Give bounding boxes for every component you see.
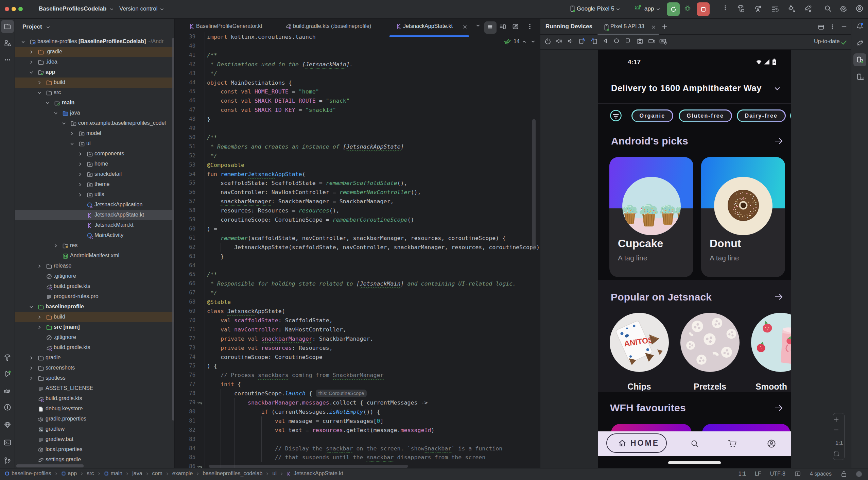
- breadcrumb-item[interactable]: java: [132, 470, 142, 477]
- build-hammer-icon[interactable]: [737, 4, 745, 13]
- hardware-input-icon[interactable]: [659, 37, 667, 45]
- nav-cart-icon[interactable]: [728, 439, 738, 448]
- zoom-reset-button[interactable]: 1:1: [833, 440, 845, 446]
- volume-up-icon[interactable]: [555, 37, 563, 45]
- more-actions-kebab-icon[interactable]: [723, 5, 728, 11]
- stop-app-button[interactable]: [697, 2, 710, 16]
- version-control-menu[interactable]: Version control: [119, 5, 157, 12]
- tree-expand-chevron[interactable]: [70, 131, 74, 136]
- logcat-tool-button[interactable]: [1, 385, 14, 398]
- breadcrumb-item[interactable]: ui: [272, 470, 276, 477]
- tree-expand-chevron[interactable]: [78, 152, 83, 156]
- tree-item-MainActivity[interactable]: MainActivity: [15, 230, 175, 241]
- gradle-sync-icon[interactable]: [804, 4, 812, 13]
- tree-item-java[interactable]: java: [15, 108, 175, 118]
- tree-item-spotless[interactable]: spotless: [15, 373, 175, 383]
- app-quality-insights-tool-button[interactable]: [1, 418, 14, 431]
- tree-horizontal-scrollbar[interactable]: [16, 464, 84, 467]
- profiler-icon[interactable]: [771, 4, 779, 13]
- volume-down-icon[interactable]: [567, 37, 574, 45]
- tree-item-snackdetail[interactable]: snackdetail: [15, 169, 175, 179]
- tree-expand-chevron[interactable]: [29, 366, 34, 371]
- tree-item-src__main_[interactable]: src [main]: [15, 322, 175, 332]
- filter-chip-dairy-free[interactable]: Dairy-free: [737, 109, 786, 122]
- section-arrow-icon[interactable]: [774, 403, 783, 413]
- macos-close-button[interactable]: [5, 7, 9, 11]
- macos-minimize-button[interactable]: [12, 7, 16, 11]
- project-tool-button[interactable]: [1, 20, 14, 33]
- split-view-icon[interactable]: [499, 23, 506, 30]
- panel-divider[interactable]: [174, 19, 175, 468]
- tree-expand-chevron[interactable]: [53, 243, 58, 248]
- tree-item-build[interactable]: build: [15, 78, 175, 88]
- tree-item-build[interactable]: build: [15, 312, 175, 322]
- gradle-tool-button[interactable]: [853, 37, 866, 50]
- breadcrumb-item[interactable]: main: [104, 470, 123, 477]
- tree-item-com.example.baselineprofiles_codel[interactable]: com.example.baselineprofiles_codel: [15, 118, 175, 128]
- tree-item-local.properties[interactable]: local.properties: [15, 445, 175, 455]
- tree-item-model[interactable]: model: [15, 128, 175, 139]
- phone-screen[interactable]: 4:17 Delivery to 1600 Amphitheater Way O…: [598, 50, 791, 468]
- editor-vertical-scrollbar[interactable]: [532, 119, 536, 250]
- tree-expand-chevron[interactable]: [37, 80, 42, 85]
- caret-position-widget[interactable]: 1:1: [739, 471, 746, 477]
- indent-widget[interactable]: 4 spaces: [810, 471, 832, 477]
- editor-horizontal-scrollbar[interactable]: [209, 465, 408, 468]
- screenshot-camera-icon[interactable]: [636, 37, 644, 45]
- tree-collapse-chevron[interactable]: [70, 141, 74, 146]
- tree-item-main[interactable]: main: [15, 98, 175, 108]
- pretzels-image[interactable]: [680, 313, 740, 372]
- more-tool-windows-button[interactable]: [1, 53, 14, 66]
- panel-layout-icon[interactable]: [818, 24, 824, 30]
- tree-item-gradle.properties[interactable]: gradle.properties: [15, 414, 175, 424]
- section-arrow-icon[interactable]: [774, 292, 783, 302]
- tree-item-home[interactable]: home: [15, 159, 175, 169]
- filter-icon[interactable]: [609, 109, 622, 122]
- debug-icon[interactable]: [684, 4, 691, 12]
- tree-item-ui[interactable]: ui: [15, 139, 175, 149]
- tree-item-proguard-rules.pro[interactable]: proguard-rules.pro: [15, 292, 175, 302]
- tree-collapse-chevron[interactable]: [62, 121, 66, 126]
- tree-item-components[interactable]: components: [15, 149, 175, 159]
- file-writable-unlock-icon[interactable]: [840, 470, 847, 477]
- zoom-in-icon[interactable]: [833, 417, 845, 423]
- tree-item-gradlew[interactable]: gradlew: [15, 424, 175, 434]
- tree-item-AndroidManifest.xml[interactable]: AndroidManifest.xml: [15, 251, 175, 261]
- run-tool-button[interactable]: [1, 367, 14, 380]
- device-selector[interactable]: Google Pixel 5: [577, 5, 614, 12]
- tree-item-.idea[interactable]: .idea: [15, 57, 175, 67]
- breadcrumb-item[interactable]: JetsnackAppState.kt: [287, 470, 343, 477]
- search-everywhere-icon[interactable]: [824, 4, 832, 13]
- delivery-expand-chevron-icon[interactable]: [774, 85, 781, 92]
- breadcrumb-item[interactable]: com: [152, 470, 162, 477]
- tree-item-utils[interactable]: utils: [15, 190, 175, 200]
- tree-item-.gitignore[interactable]: .gitignore: [15, 332, 175, 343]
- emulator-power-icon[interactable]: [544, 37, 552, 45]
- zoom-out-icon[interactable]: [833, 427, 845, 433]
- resource-manager-tool-button[interactable]: [1, 37, 14, 50]
- settings-gear-icon[interactable]: [839, 4, 848, 13]
- android-recents-icon[interactable]: [625, 37, 631, 44]
- filter-chip-partial[interactable]: [790, 109, 791, 122]
- tree-item-settings.gradle[interactable]: settings.gradle: [15, 455, 175, 465]
- tree-item-build.gradle.kts[interactable]: build.gradle.kts: [15, 343, 175, 353]
- tree-collapse-chevron[interactable]: [21, 39, 25, 44]
- delivery-address[interactable]: Delivery to 1600 Amphitheater Way: [611, 83, 762, 93]
- panel-options-kebab-icon[interactable]: [830, 24, 835, 30]
- android-home-icon[interactable]: [613, 37, 620, 44]
- panel-divider[interactable]: [540, 19, 540, 468]
- filter-chip-organic[interactable]: Organic: [631, 109, 673, 122]
- snack-card-donut[interactable]: Donut A tag line: [701, 157, 785, 277]
- tree-expand-chevron[interactable]: [29, 356, 34, 360]
- chips-image[interactable]: ANITOS: [610, 313, 669, 372]
- attach-debugger-icon[interactable]: [788, 4, 796, 13]
- notifications-balloon-icon[interactable]: [794, 470, 801, 477]
- rotate-left-icon[interactable]: [578, 37, 586, 45]
- snack-card-cupcake[interactable]: Cupcake A tag line: [609, 157, 693, 277]
- preview-image-icon[interactable]: [512, 23, 519, 30]
- tree-item-JetsnackAppState.kt[interactable]: JetsnackAppState.kt: [15, 210, 175, 220]
- tree-item-ASSETS_LICENSE[interactable]: ASSETS_LICENSE: [15, 383, 175, 394]
- tree-expand-chevron[interactable]: [37, 315, 42, 320]
- tree-collapse-chevron[interactable]: [45, 101, 50, 105]
- tree-item-app[interactable]: app: [15, 67, 175, 78]
